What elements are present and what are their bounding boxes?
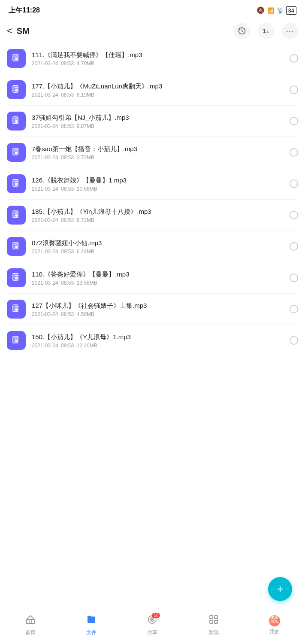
file-meta: 2021-03-24 08:53 6.72MB [32, 217, 285, 223]
svg-rect-13 [13, 242, 18, 249]
files-label: 文件 [86, 629, 97, 636]
file-type-icon [7, 112, 26, 131]
file-name: 185.【小茄儿】《Yin儿浪母十八摸》.mp3 [32, 207, 285, 216]
discover-label: 发现 [208, 629, 219, 636]
file-name: 110.《爸爸好爱你》【曼曼】.mp3 [32, 270, 285, 279]
nav-item-discover[interactable]: 发现 [199, 614, 229, 636]
file-meta: 2021-03-24 08:53 4.70MB [32, 61, 285, 67]
file-info: 110.《爸爸好爱你》【曼曼】.mp3 2021-03-24 08:53 13.… [32, 270, 285, 286]
nav-item-mine[interactable]: 老王论坛 我的 [260, 615, 290, 635]
file-name: 7春sao第一炮【播音：小茄儿】.mp3 [32, 144, 285, 153]
file-meta: 2021-03-24 08:53 4.50MB [32, 311, 285, 317]
file-type-icon [7, 143, 26, 162]
file-type-icon [7, 49, 26, 68]
nav-bar: < SM 1↓ ··· [0, 19, 305, 43]
file-name: 150.【小茄儿】《Y儿浪母》1.mp3 [32, 332, 285, 341]
file-type-icon [7, 300, 26, 319]
file-meta: 2021-03-24 08:53 10.68MB [32, 186, 285, 192]
mute-icon: 🔕 [257, 6, 265, 14]
status-bar: 上午11:28 🔕 📶 📡 34 [0, 0, 305, 19]
file-item[interactable]: 177.【小茄儿】《MuZiLuanLun爽翻天》.mp3 2021-03-24… [7, 74, 298, 106]
file-item[interactable]: 072浪臀骚妞小小仙.mp3 2021-03-24 08:53 6.24MB [7, 231, 298, 262]
nav-item-home[interactable]: 首页 [15, 614, 45, 636]
file-list: 111.《满足我不要喊停》【佳瑶】.mp3 2021-03-24 08:53 4… [0, 43, 305, 356]
file-info: 127【小咪儿】《社会骚婊子》上集.mp3 2021-03-24 08:53 4… [32, 301, 285, 317]
svg-rect-21 [27, 620, 34, 623]
file-select-checkbox[interactable] [290, 242, 298, 251]
svg-rect-9 [13, 179, 18, 186]
file-name: 126.《脱衣舞娘》【曼曼】1.mp3 [32, 176, 285, 185]
svg-rect-27 [214, 620, 217, 623]
file-type-icon [7, 206, 26, 225]
status-icons: 🔕 📶 📡 34 [257, 6, 296, 15]
svg-rect-5 [13, 117, 18, 124]
file-info: 126.《脱衣舞娘》【曼曼】1.mp3 2021-03-24 08:53 10.… [32, 176, 285, 192]
file-select-checkbox[interactable] [290, 148, 298, 157]
file-type-icon [7, 80, 26, 99]
file-info: 072浪臀骚妞小小仙.mp3 2021-03-24 08:53 6.24MB [32, 238, 285, 255]
nav-item-share[interactable]: 16 共享 [137, 614, 167, 636]
file-name: 111.《满足我不要喊停》【佳瑶】.mp3 [32, 50, 285, 59]
file-item[interactable]: 111.《满足我不要喊停》【佳瑶】.mp3 2021-03-24 08:53 4… [7, 43, 298, 74]
bottom-nav: 首页 文件 16 共享 [0, 610, 305, 644]
svg-rect-26 [210, 620, 213, 623]
file-meta: 2021-03-24 08:53 6.24MB [32, 249, 285, 255]
svg-rect-24 [210, 616, 213, 619]
file-item[interactable]: 7春sao第一炮【播音：小茄儿】.mp3 2021-03-24 08:53 3.… [7, 137, 298, 168]
file-type-icon [7, 331, 26, 350]
home-label: 首页 [25, 629, 36, 636]
svg-rect-11 [13, 211, 18, 218]
file-type-icon [7, 268, 26, 287]
file-select-checkbox[interactable] [290, 273, 298, 282]
back-button[interactable]: < [7, 25, 12, 36]
file-select-checkbox[interactable] [290, 179, 298, 188]
file-name: 072浪臀骚妞小小仙.mp3 [32, 238, 285, 247]
svg-rect-15 [13, 273, 18, 280]
file-info: 7春sao第一炮【播音：小茄儿】.mp3 2021-03-24 08:53 3.… [32, 144, 285, 161]
file-info: 177.【小茄儿】《MuZiLuanLun爽翻天》.mp3 2021-03-24… [32, 82, 285, 98]
file-select-checkbox[interactable] [290, 336, 298, 345]
avatar: 老王论坛 [269, 615, 280, 626]
file-select-checkbox[interactable] [290, 54, 298, 63]
battery-indicator: 34 [286, 6, 296, 15]
svg-rect-17 [13, 305, 18, 312]
svg-rect-1 [13, 54, 18, 61]
file-item[interactable]: 185.【小茄儿】《Yin儿浪母十八摸》.mp3 2021-03-24 08:5… [7, 200, 298, 231]
files-icon [86, 614, 97, 627]
file-item[interactable]: 126.《脱衣舞娘》【曼曼】1.mp3 2021-03-24 08:53 10.… [7, 168, 298, 200]
file-name: 127【小咪儿】《社会骚婊子》上集.mp3 [32, 301, 285, 310]
share-icon: 16 [147, 614, 157, 627]
svg-rect-25 [214, 616, 217, 619]
file-info: 111.《满足我不要喊停》【佳瑶】.mp3 2021-03-24 08:53 4… [32, 50, 285, 67]
file-meta: 2021-03-24 08:53 9.87MB [32, 123, 285, 129]
file-item[interactable]: 127【小咪儿】《社会骚婊子》上集.mp3 2021-03-24 08:53 4… [7, 294, 298, 325]
file-select-checkbox[interactable] [290, 117, 298, 125]
file-meta: 2021-03-24 08:53 3.72MB [32, 155, 285, 161]
file-select-checkbox[interactable] [290, 305, 298, 313]
file-meta: 2021-03-24 08:53 13.58MB [32, 280, 285, 286]
file-info: 37骚姐勾引弟【NJ_小茄儿】.mp3 2021-03-24 08:53 9.8… [32, 113, 285, 129]
file-item[interactable]: 150.【小茄儿】《Y儿浪母》1.mp3 2021-03-24 08:53 12… [7, 325, 298, 356]
mine-label: 我的 [269, 628, 280, 635]
file-select-checkbox[interactable] [290, 211, 298, 219]
svg-rect-19 [13, 336, 18, 343]
svg-rect-3 [13, 85, 18, 92]
history-button[interactable] [234, 23, 250, 39]
file-meta: 2021-03-24 08:53 12.20MB [32, 343, 285, 349]
file-meta: 2021-03-24 08:53 6.19MB [32, 92, 285, 98]
nav-item-files[interactable]: 文件 [76, 614, 106, 636]
wifi-icon: 📡 [277, 7, 284, 14]
add-fab-button[interactable]: + [268, 577, 292, 601]
file-info: 185.【小茄儿】《Yin儿浪母十八摸》.mp3 2021-03-24 08:5… [32, 207, 285, 223]
share-label: 共享 [147, 629, 157, 636]
more-button[interactable]: ··· [282, 23, 298, 39]
file-select-checkbox[interactable] [290, 85, 298, 94]
file-name: 37骚姐勾引弟【NJ_小茄儿】.mp3 [32, 113, 285, 122]
file-item[interactable]: 110.《爸爸好爱你》【曼曼】.mp3 2021-03-24 08:53 13.… [7, 262, 298, 294]
nav-actions: 1↓ ··· [234, 23, 298, 39]
file-type-icon [7, 237, 26, 256]
file-name: 177.【小茄儿】《MuZiLuanLun爽翻天》.mp3 [32, 82, 285, 91]
file-item[interactable]: 37骚姐勾引弟【NJ_小茄儿】.mp3 2021-03-24 08:53 9.8… [7, 106, 298, 137]
sort-button[interactable]: 1↓ [258, 23, 274, 39]
discover-icon [208, 614, 219, 627]
